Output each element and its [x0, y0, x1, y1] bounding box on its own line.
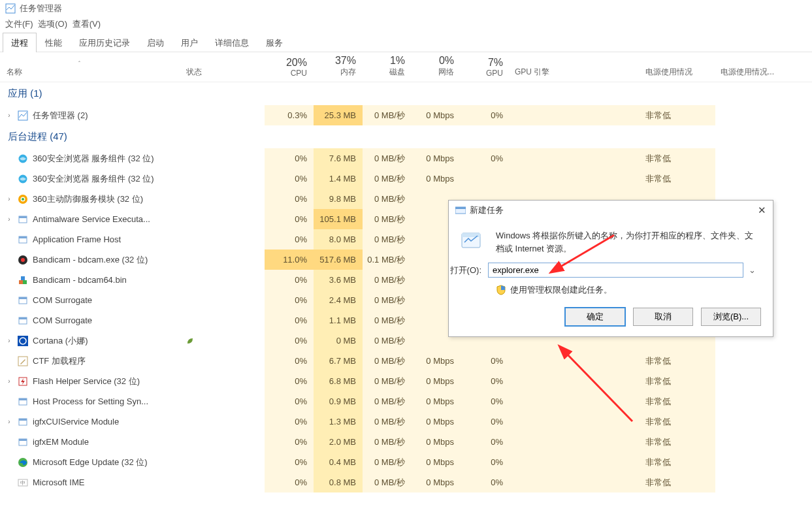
process-name: igfxEM Module: [33, 437, 89, 447]
process-icon: [17, 396, 29, 408]
expand-icon[interactable]: ›: [5, 418, 13, 425]
table-row[interactable]: CTF 加载程序 0% 6.7 MB 0 MB/秒 0 Mbps 0% 非常低: [0, 351, 812, 371]
svg-rect-14: [23, 280, 27, 284]
power-cell: 非常低: [640, 351, 715, 371]
expand-icon[interactable]: ›: [5, 337, 13, 344]
tab-users[interactable]: 用户: [172, 33, 206, 52]
process-icon: [17, 335, 29, 347]
process-name: Antimalware Service Executa...: [33, 214, 150, 224]
cpu-cell: 0%: [265, 310, 314, 331]
svg-point-6: [22, 198, 24, 201]
gpu-cell: 0%: [461, 432, 510, 452]
col-disk-header[interactable]: 1% 磁盘: [363, 55, 412, 82]
memory-cell: 8.0 MB: [314, 229, 363, 250]
status-leaf-icon: [186, 337, 194, 345]
process-icon: [17, 110, 29, 121]
menu-file[interactable]: 文件(F): [5, 19, 33, 29]
run-app-icon: [461, 229, 487, 251]
process-icon: [17, 234, 29, 246]
col-gpu-engine-header[interactable]: GPU 引擎: [510, 67, 640, 82]
svg-rect-10: [19, 236, 27, 238]
browse-button[interactable]: 浏览(B)...: [701, 308, 761, 326]
table-row[interactable]: 360安全浏览器 服务组件 (32 位) 0% 1.4 MB 0 MB/秒 0 …: [0, 169, 812, 189]
gpu-engine-cell: [510, 105, 640, 125]
process-name: 任务管理器 (2): [33, 110, 88, 121]
cpu-cell: 0%: [265, 189, 314, 209]
process-name: 360主动防御服务模块 (32 位): [33, 193, 143, 205]
process-icon: [17, 355, 29, 367]
dropdown-icon[interactable]: ⌄: [743, 265, 761, 275]
process-icon: [17, 376, 29, 387]
cpu-cell: 0%: [265, 148, 314, 169]
svg-rect-19: [19, 317, 27, 319]
open-input[interactable]: [488, 263, 743, 278]
table-row[interactable]: › 任务管理器 (2) 0.3% 25.3 MB 0 MB/秒 0 Mbps 0…: [0, 105, 812, 125]
disk-cell: 0 MB/秒: [363, 148, 412, 169]
gpu-engine-cell: [510, 148, 640, 169]
memory-cell: 9.8 MB: [314, 189, 363, 209]
expand-icon[interactable]: ›: [5, 195, 13, 202]
gpu-cell: 0%: [461, 371, 510, 391]
menu-options[interactable]: 选项(O): [38, 19, 67, 29]
table-row[interactable]: Microsoft Edge Update (32 位) 0% 0.4 MB 0…: [0, 452, 812, 472]
table-row[interactable]: 360安全浏览器 服务组件 (32 位) 0% 7.6 MB 0 MB/秒 0 …: [0, 148, 812, 169]
table-row[interactable]: › igfxCUIService Module 0% 1.3 MB 0 MB/秒…: [0, 411, 812, 432]
table-row[interactable]: igfxEM Module 0% 2.0 MB 0 MB/秒 0 Mbps 0%…: [0, 432, 812, 452]
cpu-cell: 0%: [265, 371, 314, 391]
cpu-cell: 0%: [265, 391, 314, 411]
tab-processes[interactable]: 进程: [3, 33, 37, 52]
group-apps[interactable]: 应用 (1): [0, 82, 812, 105]
tab-app-history[interactable]: 应用历史记录: [71, 33, 138, 52]
tabbar: 进程 性能 应用历史记录 启动 用户 详细信息 服务: [0, 33, 812, 52]
col-name-header[interactable]: ˆ 名称: [0, 60, 186, 82]
tab-details[interactable]: 详细信息: [206, 33, 257, 52]
dialog-description: Windows 将根据你所键入的名称，为你打开相应的程序、文件夹、文档或 Int…: [496, 229, 761, 255]
network-cell: 0 Mbps: [412, 105, 461, 125]
status-cell: [186, 337, 265, 345]
dialog-titlebar[interactable]: 新建任务 ✕: [449, 201, 773, 220]
col-cpu-header[interactable]: 20% CPU: [265, 57, 314, 82]
table-row[interactable]: 中 Microsoft IME 0% 0.8 MB 0 MB/秒 0 Mbps …: [0, 472, 812, 492]
process-icon: [17, 295, 29, 306]
expand-icon[interactable]: ›: [5, 378, 13, 385]
col-network-header[interactable]: 0% 网络: [412, 55, 461, 82]
col-power-header[interactable]: 电源使用情况: [640, 67, 715, 82]
col-memory-header[interactable]: 37% 内存: [314, 55, 363, 82]
table-row[interactable]: Host Process for Setting Syn... 0% 0.9 M…: [0, 391, 812, 411]
cpu-cell: 0%: [265, 351, 314, 371]
process-name: Microsoft IME: [33, 477, 84, 487]
cancel-button[interactable]: 取消: [633, 308, 693, 326]
process-icon: [17, 153, 29, 165]
tab-startup[interactable]: 启动: [138, 33, 172, 52]
process-name: Bandicam - bdcam64.bin: [33, 275, 127, 285]
memory-cell: 2.4 MB: [314, 290, 363, 310]
col-power2-header[interactable]: 电源使用情况...: [715, 67, 790, 82]
col-status-header[interactable]: 状态: [186, 67, 265, 82]
tab-services[interactable]: 服务: [257, 33, 291, 52]
svg-text:中: 中: [20, 480, 25, 486]
table-row[interactable]: › Flash Helper Service (32 位) 0% 6.8 MB …: [0, 371, 812, 391]
disk-cell: 0 MB/秒: [363, 290, 412, 310]
expand-icon[interactable]: ›: [5, 112, 13, 119]
run-dialog: 新建任务 ✕ Windows 将根据你所键入的名称，为你打开相应的程序、文件夹、…: [448, 200, 773, 337]
group-background[interactable]: 后台进程 (47): [0, 125, 812, 148]
network-cell: 0 Mbps: [412, 148, 461, 169]
svg-rect-34: [455, 207, 466, 209]
process-icon: [17, 315, 29, 327]
col-gpu-header[interactable]: 7% GPU: [461, 57, 510, 82]
tab-performance[interactable]: 性能: [37, 33, 71, 52]
cpu-cell: 0%: [265, 472, 314, 492]
svg-rect-29: [19, 439, 27, 441]
cpu-cell: 0%: [265, 209, 314, 229]
close-icon[interactable]: ✕: [758, 204, 766, 216]
ok-button[interactable]: 确定: [565, 308, 625, 326]
gpu-engine-cell: [510, 411, 640, 432]
process-icon: [17, 436, 29, 448]
process-name: Bandicam - bdcam.exe (32 位): [33, 254, 148, 266]
memory-cell: 3.6 MB: [314, 270, 363, 290]
menu-view[interactable]: 查看(V): [73, 19, 101, 29]
expand-icon[interactable]: ›: [5, 216, 13, 223]
power-cell: 非常低: [640, 391, 715, 411]
power-cell: 非常低: [640, 148, 715, 169]
power-cell: 非常低: [640, 371, 715, 391]
